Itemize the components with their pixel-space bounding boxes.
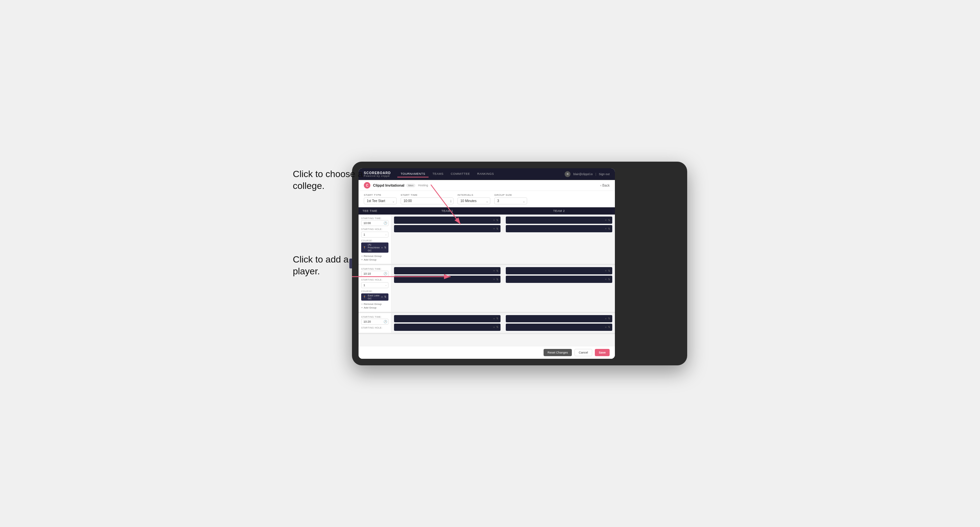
player-slot-2-1[interactable]: × ⇅	[506, 216, 612, 224]
slot-arrows-5-2[interactable]: ⇅	[496, 325, 498, 329]
slot-arrows-2-1[interactable]: ⇅	[608, 219, 610, 222]
back-button[interactable]: ‹ Back	[600, 184, 609, 187]
player-slot-5-2[interactable]: × ⇅	[394, 324, 501, 331]
nav-tab-tournaments[interactable]: Tournaments	[397, 171, 428, 178]
starting-hole-label-2: STARTING HOLE:	[361, 279, 388, 281]
group-size-select-wrapper: 3	[494, 197, 527, 204]
player-slot-6-1[interactable]: × ⇅	[506, 315, 612, 322]
sign-out-link[interactable]: Sign out	[599, 173, 609, 176]
brand-sub: Powered by clippd	[364, 175, 391, 177]
header-right: B blair@clippd.io | Sign out	[565, 171, 609, 177]
player-slot-3-2[interactable]: × ⇅	[394, 276, 501, 283]
tournament-gender-badge: Men	[406, 184, 415, 187]
player-slot-5-1[interactable]: × ⇅	[394, 315, 501, 322]
slot-arrows-4-1[interactable]: ⇅	[608, 270, 610, 272]
slot-x-4-1[interactable]: ×	[605, 269, 607, 272]
start-type-group: Start Type 1st Tee Start	[364, 194, 397, 204]
slot-arrows-2-2[interactable]: ⇅	[608, 227, 610, 230]
slot-x-1-1[interactable]: ×	[493, 219, 495, 222]
group-size-select[interactable]: 3	[494, 197, 527, 204]
tablet-screen: SCOREBOARD Powered by clippd Tournaments…	[358, 168, 615, 359]
tee-row-1: STARTING TIME: 🕐 STARTING HOLE: 1 ⌄	[358, 214, 615, 265]
intervals-select-wrapper: 10 Minutes	[457, 197, 490, 204]
slot-x-5-2[interactable]: ×	[493, 325, 495, 329]
slot-x-2-2[interactable]: ×	[605, 227, 607, 230]
annotation-add-player: Click to add a player.	[293, 254, 358, 278]
slot-arrows-1-2[interactable]: ⇅	[496, 227, 498, 230]
start-type-select[interactable]: 1st Tee Start	[364, 197, 397, 204]
player-slot-4-1[interactable]: × ⇅	[506, 267, 612, 275]
app-header: SCOREBOARD Powered by clippd Tournaments…	[358, 168, 615, 180]
starting-hole-label-3: STARTING HOLE:	[361, 327, 388, 329]
reset-button[interactable]: Reset Changes	[544, 349, 572, 356]
nav-tab-rankings[interactable]: Rankings	[474, 171, 497, 178]
add-group-1[interactable]: + Add Group	[361, 258, 388, 261]
slot-arrows-6-1[interactable]: ⇅	[608, 317, 610, 320]
course-label-2: COURSE:	[361, 290, 388, 292]
player-slot-1-1[interactable]: × ⇅	[394, 216, 501, 224]
tournament-name: Clippd Invitational	[373, 183, 404, 187]
time-icon-3: 🕐	[383, 320, 387, 323]
player-slot-6-2[interactable]: × ⇅	[506, 324, 612, 331]
hole-input-wrap-2: 1 ⌄	[361, 282, 388, 288]
slot-arrows-6-2[interactable]: ⇅	[608, 325, 610, 329]
cancel-button[interactable]: Cancel	[574, 349, 592, 356]
th-team2: Team 2	[503, 207, 615, 214]
player-slot-4-2[interactable]: × ⇅	[506, 276, 612, 283]
course-arrows-2[interactable]: ⇅	[384, 295, 387, 298]
save-button[interactable]: Save	[595, 349, 609, 356]
start-time-input[interactable]	[401, 197, 453, 204]
start-time-input-wrapper: ℹ	[401, 197, 453, 204]
slot-arrows-3-2[interactable]: ⇅	[496, 278, 498, 281]
main-content: STARTING TIME: 🕐 STARTING HOLE: 1 ⌄	[358, 214, 615, 346]
team1-col-2: × ⇅ × ⇅	[391, 265, 503, 312]
slot-x-4-2[interactable]: ×	[605, 278, 607, 281]
slot-arrows-4-2[interactable]: ⇅	[608, 278, 610, 281]
add-group-2[interactable]: + Add Group	[361, 306, 388, 309]
course-remove-2[interactable]: ×	[381, 295, 383, 298]
hole-select-1[interactable]: 1	[361, 232, 388, 238]
start-time-label: Start Time	[401, 194, 453, 197]
slot-x-2-1[interactable]: ×	[605, 219, 607, 222]
slot-x-3-2[interactable]: ×	[493, 278, 495, 281]
slot-arrows-5-1[interactable]: ⇅	[496, 317, 498, 320]
player-slot-1-2[interactable]: × ⇅	[394, 225, 501, 232]
tee-left-3: STARTING TIME: 🕐 STARTING HOLE:	[358, 313, 391, 333]
slot-x-6-2[interactable]: ×	[605, 325, 607, 329]
course-remove-1[interactable]: ×	[381, 246, 383, 249]
hosting-label: Hosting	[418, 184, 428, 187]
add-group-icon-2: +	[361, 306, 363, 309]
remove-group-1[interactable]: ○ Remove Group	[361, 255, 388, 257]
th-team1: Team 1	[391, 207, 503, 214]
nav-tab-committee[interactable]: Committee	[448, 171, 474, 178]
user-avatar: B	[565, 171, 571, 177]
user-email: blair@clippd.io	[573, 173, 593, 176]
remove-group-2[interactable]: ○ Remove Group	[361, 303, 388, 306]
tee-left-2: STARTING TIME: 🕐 STARTING HOLE: 1 ⌄	[358, 265, 391, 312]
slot-arrows-1-1[interactable]: ⇅	[496, 219, 498, 222]
slot-x-1-2[interactable]: ×	[493, 227, 495, 230]
team1-col-3: × ⇅ × ⇅	[391, 313, 503, 333]
starting-time-label-3: STARTING TIME:	[361, 316, 388, 318]
hole-select-2[interactable]: 1	[361, 282, 388, 288]
team2-col-2: × ⇅ × ⇅	[503, 265, 615, 312]
hole-input-wrap-1: 1 ⌄	[361, 231, 388, 238]
intervals-group: Intervals 10 Minutes	[457, 194, 490, 204]
slot-x-3-1[interactable]: ×	[493, 269, 495, 272]
tee-row-3: STARTING TIME: 🕐 STARTING HOLE: × ⇅	[358, 313, 615, 334]
slot-arrows-3-1[interactable]: ⇅	[496, 270, 498, 272]
nav-tab-teams[interactable]: Teams	[429, 171, 447, 178]
remove-group-icon-1: ○	[361, 255, 363, 257]
intervals-select[interactable]: 10 Minutes	[457, 197, 490, 204]
course-tag-2: 🏌 East Lake GC × ⇅	[361, 293, 388, 301]
course-arrows-1[interactable]: ⇅	[384, 246, 387, 249]
group-size-group: Group Size 3	[494, 194, 527, 204]
slot-x-5-1[interactable]: ×	[493, 317, 495, 320]
action-links-1: ○ Remove Group + Add Group	[361, 255, 388, 261]
player-slot-3-1[interactable]: × ⇅	[394, 267, 501, 275]
tablet-bezel: SCOREBOARD Powered by clippd Tournaments…	[352, 162, 687, 365]
annotation-choose-college: Click to choose a college.	[293, 168, 365, 192]
tee-row-2: STARTING TIME: 🕐 STARTING HOLE: 1 ⌄	[358, 265, 615, 313]
player-slot-2-2[interactable]: × ⇅	[506, 225, 612, 232]
slot-x-6-1[interactable]: ×	[605, 317, 607, 320]
